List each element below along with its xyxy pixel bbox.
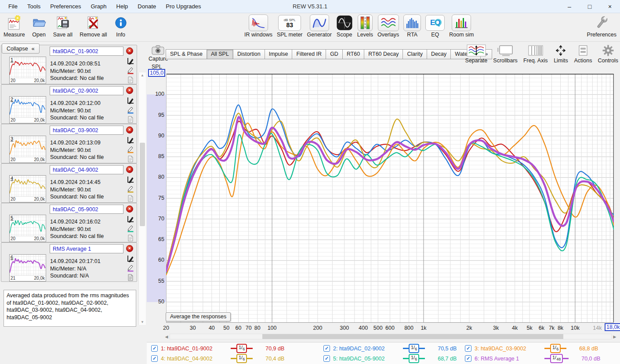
smoothing-badge[interactable]: 1/6 bbox=[231, 344, 253, 353]
menu-tools[interactable]: Tools bbox=[22, 3, 45, 10]
preferences-button[interactable]: Preferences bbox=[587, 14, 616, 38]
scroll-right-icon[interactable]: ▶ bbox=[612, 335, 618, 339]
overlays-button[interactable]: Overlays bbox=[377, 14, 399, 38]
menu-help[interactable]: Help bbox=[112, 3, 133, 10]
eq-button[interactable]: EQ EQ bbox=[425, 14, 445, 38]
freq-axis-button[interactable]: Freq. Axis bbox=[523, 44, 548, 64]
horizontal-scrollbar[interactable]: ◀ ▶ bbox=[163, 333, 618, 340]
scroll-up-icon[interactable]: ▲ bbox=[139, 73, 146, 77]
measurement-name-input[interactable] bbox=[50, 126, 123, 135]
separate-button[interactable]: Separate bbox=[465, 44, 488, 64]
measurement-name-input[interactable] bbox=[50, 205, 123, 214]
menu-file[interactable]: File bbox=[4, 3, 22, 10]
trace-settings-icon[interactable] bbox=[127, 97, 134, 104]
sidebar-scrollbar-thumb[interactable] bbox=[140, 143, 145, 226]
notes-icon[interactable] bbox=[127, 195, 134, 202]
measurement-notes[interactable]: Averaged data produced from the rms magn… bbox=[4, 290, 136, 327]
menu-donate[interactable]: Donate bbox=[133, 3, 161, 10]
maximize-icon[interactable]: □ bbox=[580, 0, 600, 13]
delete-measurement-button[interactable]: × bbox=[126, 245, 133, 252]
spl-chart-plot[interactable] bbox=[166, 74, 614, 323]
measurement-name-input[interactable] bbox=[50, 47, 123, 56]
measure-button[interactable]: Measure bbox=[4, 14, 25, 38]
smoothing-badge[interactable]: 1/48 bbox=[544, 354, 569, 363]
measurement-card-6[interactable]: 6 2120,0k × 14.09.2024 20:17:01 Mic/Mete… bbox=[1, 242, 137, 282]
trace-settings-icon[interactable] bbox=[127, 176, 134, 183]
trace-color-pen-icon[interactable] bbox=[127, 185, 134, 193]
room-sim-button[interactable]: Room sim bbox=[449, 14, 474, 38]
tab-decay[interactable]: Decay bbox=[427, 49, 451, 59]
generator-button[interactable]: Generator bbox=[307, 14, 332, 38]
notes-icon[interactable] bbox=[127, 274, 134, 281]
tab-all-spl[interactable]: All SPL bbox=[207, 49, 233, 59]
tab-clarity[interactable]: Clarity bbox=[402, 49, 427, 59]
minimize-icon[interactable]: – bbox=[559, 0, 580, 13]
sidebar-scrollbar[interactable]: ▲ ▼ bbox=[138, 72, 146, 325]
close-icon[interactable]: × bbox=[600, 0, 620, 13]
delete-measurement-button[interactable]: × bbox=[126, 166, 133, 173]
delete-measurement-button[interactable]: × bbox=[126, 47, 133, 54]
trace-settings-icon[interactable] bbox=[127, 58, 134, 65]
trace-settings-icon[interactable] bbox=[127, 216, 134, 223]
trace-color-pen-icon[interactable] bbox=[127, 106, 134, 114]
average-responses-button[interactable]: Average the responses bbox=[166, 312, 231, 321]
levels-button[interactable]: 0369 Levels bbox=[357, 14, 373, 38]
trace-checkbox[interactable]: ✓ bbox=[323, 345, 330, 352]
trace-checkbox[interactable]: ✓ bbox=[151, 355, 158, 362]
measurement-name-input[interactable] bbox=[50, 244, 123, 253]
ir-windows-button[interactable]: IR windows bbox=[244, 14, 272, 38]
rta-button[interactable]: RTA bbox=[403, 14, 421, 38]
smoothing-badge[interactable]: 1/6 bbox=[544, 344, 566, 353]
measurement-card-3[interactable]: 3 2020,0k × 14.09.2024 20:13:09 Mic/Mete… bbox=[1, 124, 137, 163]
tab-rt60[interactable]: RT60 bbox=[342, 49, 364, 59]
notes-icon[interactable] bbox=[127, 116, 134, 123]
trace-settings-icon[interactable] bbox=[127, 255, 134, 262]
info-button[interactable]: Info bbox=[114, 14, 127, 38]
scrollbars-button[interactable]: Scrollbars bbox=[493, 44, 518, 64]
delete-measurement-button[interactable]: × bbox=[126, 126, 133, 133]
tab-spl-phase[interactable]: SPL & Phase bbox=[166, 49, 207, 59]
notes-icon[interactable] bbox=[127, 76, 134, 83]
measurement-card-4[interactable]: 4 2020,0k × 14.09.2024 20:14:45 Mic/Mete… bbox=[1, 163, 137, 203]
save-all-button[interactable]: Save all bbox=[53, 14, 73, 38]
delete-measurement-button[interactable]: × bbox=[126, 87, 133, 94]
menu-graph[interactable]: Graph bbox=[86, 3, 111, 10]
tab-filtered-ir[interactable]: Filtered IR bbox=[292, 49, 326, 59]
smoothing-badge[interactable]: 1/6 bbox=[403, 354, 425, 363]
trace-color-pen-icon[interactable] bbox=[127, 146, 134, 153]
delete-measurement-button[interactable]: × bbox=[126, 205, 133, 213]
tab-distortion[interactable]: Distortion bbox=[233, 49, 265, 59]
scope-button[interactable]: Scope bbox=[336, 14, 353, 38]
trace-settings-icon[interactable] bbox=[127, 137, 134, 144]
remove-all-button[interactable]: Remove all bbox=[80, 14, 107, 38]
spl-meter-button[interactable]: dB SPL83 SPL meter bbox=[277, 14, 303, 38]
scrollbar-track[interactable] bbox=[170, 334, 612, 339]
scroll-down-icon[interactable]: ▼ bbox=[139, 320, 146, 324]
smoothing-badge[interactable]: 1/6 bbox=[231, 354, 253, 363]
trace-checkbox[interactable]: ✓ bbox=[323, 355, 330, 362]
capture-button[interactable]: Capture bbox=[149, 44, 168, 62]
menu-preferences[interactable]: Preferences bbox=[45, 3, 86, 10]
tab-impulse[interactable]: Impulse bbox=[265, 49, 293, 59]
scrollbar-thumb[interactable] bbox=[262, 334, 563, 339]
trace-color-pen-icon[interactable] bbox=[127, 264, 134, 272]
limits-button[interactable]: Limits bbox=[553, 44, 568, 64]
right-limit-input[interactable]: 18,0k bbox=[605, 323, 620, 331]
trace-color-pen-icon[interactable] bbox=[127, 225, 134, 232]
notes-icon[interactable] bbox=[127, 155, 134, 162]
menu-pro-upgrades[interactable]: Pro Upgrades bbox=[161, 3, 206, 10]
trace-checkbox[interactable]: ✓ bbox=[151, 345, 158, 352]
notes-icon[interactable] bbox=[127, 234, 134, 241]
scroll-left-icon[interactable]: ◀ bbox=[163, 335, 170, 339]
controls-button[interactable]: Controls bbox=[598, 44, 618, 64]
trace-color-pen-icon[interactable] bbox=[127, 67, 134, 74]
measurement-card-2[interactable]: 2 2020,0k × 14.09.2024 20:12:00 Mic/Mete… bbox=[1, 84, 137, 124]
open-button[interactable]: Open bbox=[32, 14, 46, 38]
collapse-sidebar-button[interactable]: Collapse « bbox=[2, 43, 40, 54]
trace-checkbox[interactable]: ✓ bbox=[465, 355, 471, 362]
measurement-name-input[interactable] bbox=[50, 165, 123, 174]
top-limit-input[interactable]: 105,0 bbox=[148, 69, 165, 77]
actions-button[interactable]: Actions bbox=[574, 44, 592, 64]
smoothing-badge[interactable]: 1/6 bbox=[403, 344, 425, 353]
tab-gd[interactable]: GD bbox=[326, 49, 343, 59]
